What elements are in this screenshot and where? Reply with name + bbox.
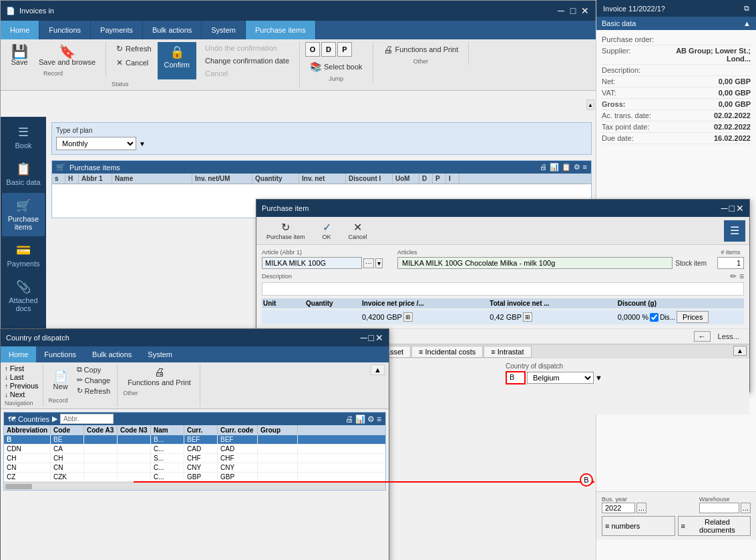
items-input[interactable] <box>717 257 744 269</box>
inv-net-expand-button[interactable]: ⊞ <box>403 312 413 322</box>
country-row-CDN[interactable]: CDN CA C... CAD CAD <box>4 445 385 454</box>
prev-arrow-button[interactable]: ← <box>694 331 711 342</box>
countries-menu-icon[interactable]: ≡ <box>377 414 381 424</box>
country-dialog-minimize-button[interactable]: ─ <box>361 332 367 343</box>
previous-button[interactable]: ↑ Previous <box>5 382 39 390</box>
tab-home[interactable]: Home <box>1 21 39 39</box>
country-row-CZ[interactable]: CZ CZK C... GBP GBP <box>4 473 385 482</box>
section-icon-4[interactable]: ⚙ <box>574 163 580 172</box>
country-dispatch-abbr-input[interactable]: B <box>506 371 526 384</box>
dialog-refresh-icon: ↻ <box>281 221 290 234</box>
dialog-maximize-button[interactable]: □ <box>729 203 735 214</box>
related-docs-button[interactable]: ≡ Related documents <box>678 516 751 536</box>
change-button[interactable]: ✏ Change <box>74 375 114 385</box>
next-button[interactable]: ↓ Next <box>5 390 25 398</box>
article-search-button[interactable]: ▾ <box>375 258 383 268</box>
total-inv-expand-button[interactable]: ⊞ <box>523 312 532 322</box>
sidebar-item-basic-data[interactable]: 📋 Basic data <box>2 156 45 192</box>
tab-payments[interactable]: Payments <box>91 21 143 39</box>
country-dispatch-select[interactable]: Belgium <box>527 372 594 384</box>
tab-functions[interactable]: Functions <box>39 21 91 39</box>
prices-button[interactable]: Prices <box>677 311 709 323</box>
warehouse-input[interactable] <box>699 503 739 513</box>
country-row-B[interactable]: B BE B... BEF BEF <box>4 435 385 445</box>
sidebar-item-purchase-items[interactable]: 🛒 Purchase items <box>2 193 45 236</box>
save-browse-button[interactable]: 🔖 Save and browse <box>34 42 100 69</box>
tab-system[interactable]: System <box>202 21 246 39</box>
new-button[interactable]: 📄 New <box>49 368 73 392</box>
numbers-button[interactable]: ≡ numbers <box>602 516 675 536</box>
country-row-CH[interactable]: CH CH S... CHF CHF <box>4 454 385 463</box>
change-confirmation-date-button[interactable]: Change confirmation date <box>200 55 294 67</box>
right-panel-expand-icon[interactable]: ⧉ <box>744 4 749 13</box>
ribbon-collapse-button[interactable]: ▲ <box>586 99 594 110</box>
description-input[interactable] <box>262 282 744 296</box>
p-button[interactable]: P <box>337 42 352 57</box>
country-row-CN[interactable]: CN CN C... CNY CNY <box>4 463 385 473</box>
last-button[interactable]: ↓ Last <box>5 373 24 381</box>
row-curr: BEF <box>184 435 218 444</box>
edit-icon[interactable]: ✏ <box>730 272 737 281</box>
close-button[interactable]: ✕ <box>580 5 590 16</box>
section-icon-5[interactable]: ≡ <box>583 163 587 172</box>
dialog-refresh-button[interactable]: ↻ Purchase item <box>260 219 311 242</box>
country-dialog-close-button[interactable]: ✕ <box>375 332 383 343</box>
refresh-button2[interactable]: ↻ Refresh <box>74 386 114 396</box>
country-ribbon-collapse-button[interactable]: ▲ <box>371 364 385 375</box>
country-dialog-maximize-button[interactable]: □ <box>369 332 374 343</box>
tab-intrastat[interactable]: ≡ Intrastat <box>484 346 531 358</box>
section-icon-1[interactable]: 🖨 <box>540 163 547 172</box>
maximize-button[interactable]: □ <box>568 5 578 16</box>
sidebar-item-payments[interactable]: 💳 Payments <box>2 238 45 273</box>
dialog-menu-button[interactable]: ☰ <box>724 220 745 242</box>
country-tab-bulk-actions[interactable]: Bulk actions <box>84 346 140 362</box>
warehouse-stepper[interactable]: ... <box>741 503 751 513</box>
copy-button[interactable]: ⧉ Copy <box>74 364 114 374</box>
country-tab-functions[interactable]: Functions <box>36 346 84 362</box>
confirm-button[interactable]: 🔒 Confirm <box>158 42 197 79</box>
dialog-cancel-button[interactable]: ✕ Cancel <box>343 219 373 242</box>
discount-checkbox[interactable] <box>650 313 658 322</box>
tab-section-collapse-button[interactable]: ▲ <box>733 346 747 356</box>
tab-incidental-costs[interactable]: ≡ Incidental costs <box>411 346 483 358</box>
article-expand-button[interactable]: ⋯ <box>363 258 374 268</box>
countries-scrollbar-h[interactable] <box>4 482 385 490</box>
countries-chart-icon[interactable]: 📊 <box>355 414 365 424</box>
dialog-close-button[interactable]: ✕ <box>736 203 744 214</box>
dialog-ok-button[interactable]: ✓ OK <box>317 219 337 242</box>
dialog-minimize-button[interactable]: ─ <box>721 203 728 214</box>
countries-search-input[interactable] <box>60 414 114 424</box>
save-button[interactable]: 💾 Save <box>6 42 33 69</box>
info-ac-trans: Ac. trans. date: 02.02.2022 <box>602 110 751 121</box>
section-icon-2[interactable]: 📊 <box>550 163 559 172</box>
article-input[interactable] <box>262 257 362 269</box>
plan-dropdown[interactable]: Monthly <box>56 137 136 150</box>
o-button[interactable]: O <box>305 42 320 57</box>
first-button[interactable]: ↑ First <box>5 364 24 372</box>
countries-print-icon[interactable]: 🖨 <box>345 414 353 424</box>
year-input[interactable] <box>602 503 635 513</box>
country-tab-home[interactable]: Home <box>1 346 36 362</box>
sidebar-item-attached-docs[interactable]: 📎 Attached docs <box>2 274 45 318</box>
refresh-button[interactable]: ↻ Refresh <box>112 42 156 55</box>
copy-icon: ⧉ <box>77 365 82 374</box>
functions-print-button[interactable]: 🖨 Functions and Print <box>379 42 463 57</box>
less-button[interactable]: Less... <box>713 330 744 342</box>
collapse-icon[interactable]: ▲ <box>743 19 751 27</box>
select-book-button[interactable]: 📚 Select book <box>305 59 367 74</box>
year-stepper[interactable]: ... <box>636 503 646 513</box>
country-tab-system[interactable]: System <box>140 346 180 362</box>
minimize-button[interactable]: ─ <box>556 5 566 16</box>
dialog-controls: ─ □ ✕ <box>721 203 744 214</box>
d-button[interactable]: D <box>321 42 336 57</box>
tab-purchase-items[interactable]: Purchase items <box>246 21 316 39</box>
countries-settings-icon[interactable]: ⚙ <box>367 414 375 424</box>
section-icon-3[interactable]: 📋 <box>562 163 571 172</box>
tab-bulk-actions[interactable]: Bulk actions <box>143 21 202 39</box>
sidebar-item-book[interactable]: ☰ Book <box>2 119 45 155</box>
cancel-button[interactable]: ✕ Cancel <box>112 56 156 69</box>
undo-confirmation-button[interactable]: Undo the confirmation <box>200 42 294 54</box>
more-icon[interactable]: ≡ <box>739 272 744 281</box>
functions-print-button2[interactable]: 🖨 Functions and Print <box>123 364 196 388</box>
cancel2-button[interactable]: Cancel <box>200 67 294 79</box>
